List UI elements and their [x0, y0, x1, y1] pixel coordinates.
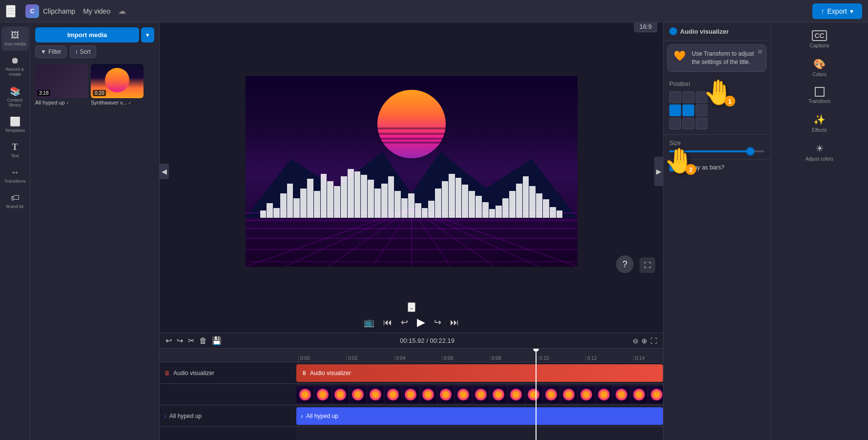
track-row-video[interactable]	[296, 384, 663, 405]
sidebar-label-transitions: Transitions	[4, 179, 26, 184]
tooltip-box: ✕ 🧡 Use Transform to adjust the settings…	[667, 44, 766, 72]
sidebar-item-record-create[interactable]: ⏺ Record & create	[1, 52, 29, 81]
audio-visualizer-bars	[246, 164, 578, 218]
video-title[interactable]: My video	[83, 7, 110, 15]
audio-viz-pause-icon: ⏸	[164, 369, 170, 377]
film-frame	[296, 386, 314, 403]
redo-button[interactable]: ↪	[177, 336, 183, 345]
zoom-controls: ⊖ ⊕ ⛶	[633, 337, 657, 345]
size-section: Size	[663, 135, 770, 160]
app-name: Clipchamp	[43, 7, 75, 15]
tooltip-emoji: 🧡	[674, 50, 686, 62]
expand-preview-button[interactable]: ⛶	[640, 257, 655, 273]
thumb-duration-synthwave: 0:20	[93, 90, 106, 96]
size-slider-wrapper[interactable]	[669, 150, 765, 152]
screen-button[interactable]: 📺	[364, 317, 374, 328]
pos-cell-8[interactable]	[696, 118, 707, 129]
pos-cell-4[interactable]	[682, 105, 694, 116]
hamburger-button[interactable]: ☰	[6, 5, 16, 18]
delete-button[interactable]: 🗑	[199, 336, 207, 345]
skip-back-button[interactable]: ⏮	[383, 317, 392, 328]
media-thumb-hyped[interactable]: 3:18 All hyped up ✓	[35, 64, 88, 437]
zoom-out-button[interactable]: ⊖	[633, 337, 639, 345]
brand-icon: 🏷	[11, 193, 20, 203]
expand-right-button[interactable]: ▶	[654, 157, 663, 186]
tooltip-content: 🧡 Use Transform to adjust the settings o…	[674, 50, 760, 66]
sidebar-item-text[interactable]: T Text	[1, 138, 29, 163]
logo-icon: C	[25, 4, 39, 18]
track-labels: ⏸ Audio visualizer ♪ All hyped up	[160, 349, 296, 440]
import-dropdown-button[interactable]: ▾	[141, 27, 154, 42]
film-frame	[314, 386, 331, 403]
pos-cell-0[interactable]	[669, 91, 681, 103]
undo-button[interactable]: ↩	[165, 336, 172, 345]
timeline-toolbar: ↩ ↪ ✂ 🗑 💾 00:15.92 / 00:22.19 ⊖ ⊕ ⛶	[160, 333, 663, 349]
rewind-button[interactable]: ↩	[401, 317, 408, 328]
playhead-ruler	[536, 349, 537, 362]
thumb-check-hyped: ✓	[66, 100, 70, 105]
effects-icon: ✨	[813, 114, 826, 126]
forward-button[interactable]: ↪	[434, 317, 441, 328]
preview-chevron-down[interactable]: ⌄	[408, 302, 415, 312]
pos-cell-7[interactable]	[682, 118, 694, 129]
media-icon: 🖼	[11, 30, 20, 41]
timeline-time: 00:15.92 / 00:22.19	[400, 337, 455, 344]
timeline-tracks-content[interactable]: 0:00 0:02 0:04 0:06 0:08 0:10 0:12 0:14 …	[296, 349, 663, 440]
collapse-media-panel[interactable]: ◀	[160, 164, 169, 179]
sidebar-item-templates[interactable]: ⬜ Templates	[1, 112, 29, 137]
size-slider-thumb[interactable]	[746, 147, 754, 155]
right-panel-effects[interactable]: ✨ Effects	[801, 110, 838, 137]
scene-container	[246, 76, 578, 267]
track-row-audio-viz[interactable]: ⏸ Audio visualizer	[296, 362, 663, 384]
display-as-bars-checkbox[interactable]: ✓	[669, 164, 677, 171]
pos-cell-1[interactable]	[682, 91, 694, 103]
thumb-image-synthwave: 0:20	[91, 64, 144, 98]
sort-button[interactable]: ↕ Sort	[70, 45, 96, 58]
right-panel-transform[interactable]: Transform	[801, 83, 838, 108]
skip-forward-button[interactable]: ⏭	[450, 317, 459, 328]
cloud-icon: ☁	[118, 6, 126, 16]
audio-viz-track-content: ⏸ Audio visualizer	[296, 364, 663, 382]
expand-timeline-button[interactable]: ⛶	[650, 337, 657, 345]
film-frame	[595, 386, 613, 403]
ruler-mark-2: 0:04	[394, 356, 442, 361]
right-panel-colors[interactable]: 🎨 Colors	[801, 54, 838, 81]
sidebar-item-your-media[interactable]: 🖼 Your media	[1, 26, 29, 51]
display-as-bars-row: ✓ Display as bars?	[663, 160, 770, 175]
sidebar-item-content-library[interactable]: 📚 Content library	[1, 82, 29, 112]
sidebar-item-transitions[interactable]: ↔ Transitions	[1, 164, 29, 188]
app-logo: C Clipchamp	[25, 4, 75, 18]
filter-icon: ▼	[41, 48, 46, 55]
ruler-marks-container: 0:00 0:02 0:04 0:06 0:08 0:10 0:12 0:14 …	[296, 356, 663, 362]
help-button[interactable]: ?	[616, 255, 634, 273]
audio-note-icon: ♪	[164, 413, 166, 419]
export-label: Export	[827, 7, 847, 15]
film-frame	[507, 386, 525, 403]
audio-viz-track-label: Audio visualizer	[310, 370, 351, 377]
right-panel-captions[interactable]: CC Captions	[801, 26, 838, 52]
save-button[interactable]: 💾	[212, 336, 222, 345]
pos-cell-5[interactable]	[696, 105, 707, 116]
pos-cell-2[interactable]	[696, 91, 707, 103]
media-thumb-synthwave[interactable]: 0:20 Synthwave/ v... ✓	[91, 64, 144, 437]
pos-cell-3[interactable]	[669, 105, 681, 116]
zoom-in-button[interactable]: ⊕	[641, 337, 647, 345]
import-media-button[interactable]: Import media	[35, 27, 139, 42]
timeline-ruler: 0:00 0:02 0:04 0:06 0:08 0:10 0:12 0:14 …	[296, 349, 663, 362]
play-button[interactable]: ▶	[417, 316, 425, 329]
filter-button[interactable]: ▼ Filter	[35, 45, 67, 58]
pos-cell-6[interactable]	[669, 118, 681, 129]
sidebar-item-brand-kit[interactable]: 🏷 Brand kit	[1, 189, 29, 213]
film-frame	[331, 386, 349, 403]
track-row-audio[interactable]: ♪ All hyped up	[296, 405, 663, 427]
right-panel-adjust-colors[interactable]: ☀ Adjust colors	[801, 139, 838, 166]
ruler-mark-0: 0:00	[298, 356, 346, 361]
export-button[interactable]: ↑ Export ▾	[812, 3, 862, 19]
tooltip-close-button[interactable]: ✕	[757, 48, 763, 56]
cut-button[interactable]: ✂	[188, 336, 194, 345]
thumb-name-hyped: All hyped up ✓	[35, 100, 88, 105]
position-grid[interactable]	[669, 91, 765, 129]
left-sidebar: 🖼 Your media ⏺ Record & create 📚 Content…	[0, 22, 30, 440]
playback-controls: 📺 ⏮ ↩ ▶ ↪ ⏭	[160, 312, 663, 333]
audio-track-label: All hyped up	[306, 413, 338, 419]
